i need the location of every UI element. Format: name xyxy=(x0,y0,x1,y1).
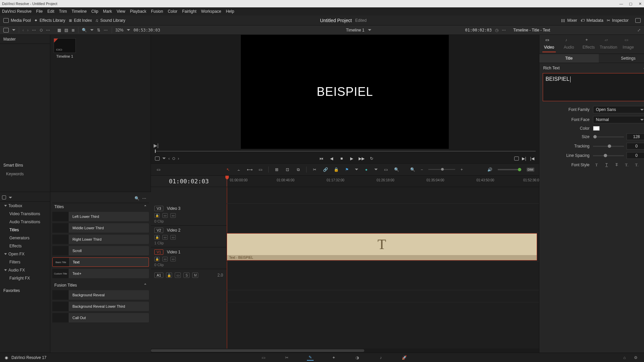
lock-icon[interactable]: 🔒 xyxy=(154,213,160,218)
marker-icon[interactable] xyxy=(172,157,175,160)
match-frame-icon[interactable] xyxy=(155,157,160,161)
zoom-level[interactable]: 32% xyxy=(115,28,123,33)
disable-icon[interactable]: ▭ xyxy=(170,235,176,240)
toolbox-audiofx[interactable]: Audio FX xyxy=(0,266,50,274)
toolbox-item[interactable]: Effects xyxy=(0,242,50,250)
linespacing-value[interactable]: 0 xyxy=(627,152,644,159)
auto-select-icon[interactable]: ▭ xyxy=(175,273,181,278)
inspector-tab-transition[interactable]: ▱Transition xyxy=(599,38,618,52)
style-subscript-icon[interactable]: T. xyxy=(633,162,641,168)
goto-start-icon[interactable]: ▶| xyxy=(154,143,159,148)
panel-icon[interactable] xyxy=(2,195,6,199)
grid-view-icon[interactable]: ▤ xyxy=(64,28,68,33)
options-icon[interactable]: ⋯ xyxy=(104,28,108,33)
menu-item[interactable]: File xyxy=(36,9,43,14)
tracking-slider[interactable] xyxy=(593,146,624,147)
menu-item[interactable]: Fusion xyxy=(151,9,163,14)
collapse-icon[interactable]: ⌃ xyxy=(144,283,147,288)
loop-icon[interactable]: ↻ xyxy=(369,156,374,161)
viewer-canvas[interactable]: BEISPIEL xyxy=(241,35,449,149)
track-header-a1[interactable]: A1 🔒 ▭ S M 2.0 xyxy=(151,269,226,281)
record-icon[interactable] xyxy=(40,29,43,32)
minimize-icon[interactable]: — xyxy=(619,2,623,6)
menu-item[interactable]: Fairlight xyxy=(182,9,197,14)
toolbox-item[interactable]: Filters xyxy=(0,258,50,266)
menu-item[interactable]: Help xyxy=(226,9,234,14)
razor-icon[interactable]: ✂ xyxy=(312,167,317,172)
nav-back-icon[interactable]: ‹ xyxy=(22,28,24,33)
goto-in-icon[interactable]: ▶| xyxy=(522,156,527,161)
inspector-tab-audio[interactable]: ♪Audio xyxy=(560,38,578,52)
close-icon[interactable]: ✕ xyxy=(638,2,642,6)
style-underline-icon[interactable]: T xyxy=(603,162,610,168)
sort-icon[interactable]: ⇅ xyxy=(97,28,100,33)
next-frame-icon[interactable]: ▶▶ xyxy=(359,156,364,161)
sync-icon[interactable]: ◷ xyxy=(495,28,498,33)
disable-icon[interactable]: ▭ xyxy=(170,257,176,261)
menu-item[interactable]: DaVinci Resolve xyxy=(2,9,32,14)
dim-button[interactable]: DIM xyxy=(527,168,534,172)
search-icon[interactable]: 🔍 xyxy=(135,196,140,201)
play-icon[interactable]: ▶ xyxy=(349,156,354,161)
chevron-down-icon[interactable] xyxy=(368,29,371,31)
linespacing-slider[interactable] xyxy=(593,155,624,156)
inspector-tab-video[interactable]: ▭Video xyxy=(540,38,558,52)
crop-icon[interactable] xyxy=(514,157,519,161)
fusion-title-preset[interactable]: Background Reveal Lower Third xyxy=(52,302,149,311)
flag-icon[interactable]: ⚑ xyxy=(344,167,350,172)
auto-select-icon[interactable]: ▭ xyxy=(162,257,168,261)
title-preset-text[interactable]: Basic TitleText xyxy=(52,257,149,267)
fullscreen-icon[interactable] xyxy=(635,18,641,23)
text-input[interactable]: BEISPIEL xyxy=(543,73,644,101)
menu-item[interactable]: Mark xyxy=(103,9,112,14)
snapping-icon[interactable]: ▭ xyxy=(383,167,388,172)
inspector-tab-image[interactable]: ▭Image xyxy=(619,38,637,52)
link-icon[interactable]: 🔗 xyxy=(323,167,328,172)
style-superscript-icon[interactable]: T. xyxy=(623,162,631,168)
inspector-tab-file[interactable]: 🗎File xyxy=(639,38,644,52)
menu-item[interactable]: Playback xyxy=(130,9,146,14)
marker-icon[interactable]: ● xyxy=(364,167,369,172)
inspector-toggle[interactable]: ✂Inspector xyxy=(607,18,629,23)
more-icon-2[interactable]: ⋯ xyxy=(46,28,51,33)
page-deliver-icon[interactable]: 🚀 xyxy=(401,355,408,361)
expand-icon[interactable]: ⤢ xyxy=(637,28,641,33)
size-value[interactable]: 128 xyxy=(627,133,644,140)
size-slider[interactable] xyxy=(593,136,624,137)
color-swatch[interactable] xyxy=(593,126,600,131)
inspector-subtab-title[interactable]: Title xyxy=(539,54,599,63)
page-fairlight-icon[interactable]: ♪ xyxy=(377,355,384,361)
menu-item[interactable]: Workspace xyxy=(201,9,221,14)
zoom-minus-icon[interactable]: − xyxy=(421,167,423,172)
title-preset[interactable]: Left Lower Third xyxy=(52,212,149,221)
more-icon[interactable]: ⋯ xyxy=(32,28,37,33)
prev-frame-icon[interactable]: ◀ xyxy=(329,156,334,161)
lock-icon[interactable]: 🔒 xyxy=(166,273,172,278)
lock-icon[interactable]: 🔒 xyxy=(333,167,339,172)
mute-icon[interactable]: 🔊 xyxy=(487,167,492,172)
style-normal-icon[interactable]: T xyxy=(593,162,600,168)
auto-select-icon[interactable]: ▭ xyxy=(162,213,168,218)
home-icon[interactable]: ⌂ xyxy=(621,355,628,361)
page-cut-icon[interactable]: ✂ xyxy=(283,355,290,361)
prev-edit-icon[interactable]: ‹ xyxy=(168,156,170,161)
timeline-name[interactable]: Timeline 1 xyxy=(346,28,365,33)
timeline-view-icon[interactable]: ▭ xyxy=(156,167,161,172)
title-preset[interactable]: Scroll xyxy=(52,246,149,255)
fusion-title-preset[interactable]: Call Out xyxy=(52,313,149,322)
title-preset[interactable]: Middle Lower Third xyxy=(52,223,149,233)
track-header-v3[interactable]: V3Video 3 🔒▭▭ 0 Clip xyxy=(151,204,226,226)
page-fusion-icon[interactable]: ✦ xyxy=(330,355,337,361)
chevron-down-icon[interactable] xyxy=(127,29,130,31)
menu-item[interactable]: Trim xyxy=(59,9,67,14)
collapse-icon[interactable]: ⌃ xyxy=(144,204,147,209)
disable-icon[interactable]: ▭ xyxy=(170,213,176,218)
stop-icon[interactable]: ■ xyxy=(339,156,344,161)
thumb-view-icon[interactable]: ▦ xyxy=(57,28,61,33)
toolbox-item[interactable]: Generators xyxy=(0,234,50,242)
edit-index-toggle[interactable]: ≣Edit Index xyxy=(69,18,92,23)
auto-select-icon[interactable]: ▭ xyxy=(162,235,168,240)
menu-item[interactable]: Timeline xyxy=(71,9,87,14)
style-strike-icon[interactable]: T xyxy=(613,162,621,168)
lock-icon[interactable]: 🔒 xyxy=(154,257,160,261)
